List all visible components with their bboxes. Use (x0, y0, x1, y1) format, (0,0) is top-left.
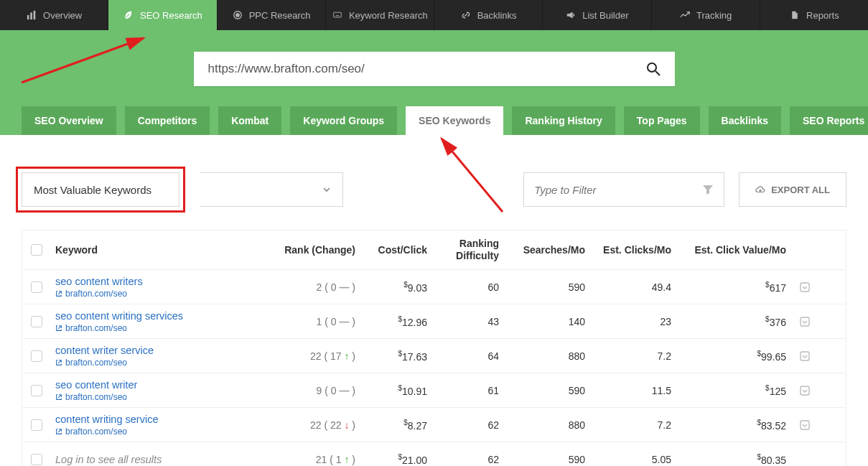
svg-rect-2 (34, 11, 36, 19)
cell-rank: 2 ( 0 — ) (274, 281, 360, 293)
cell-difficulty: 62 (431, 419, 503, 431)
sort-dropdown-extension[interactable] (200, 172, 343, 207)
row-checkbox[interactable] (31, 385, 42, 396)
row-menu-icon[interactable] (790, 420, 819, 430)
svg-point-10 (648, 63, 656, 72)
filter-input[interactable] (534, 184, 695, 196)
row-menu-icon[interactable] (790, 351, 819, 361)
subtab-seo-keywords[interactable]: SEO Keywords (406, 106, 503, 135)
svg-rect-15 (801, 386, 809, 395)
subtab-label: SEO Keywords (419, 115, 490, 126)
megaphone-icon (565, 9, 577, 21)
tab-list-builder[interactable]: List Builder (543, 0, 651, 30)
cell-searches: 880 (503, 419, 589, 431)
tab-label: Reports (806, 10, 839, 21)
table-header: Keyword Rank (Change) Cost/Click Ranking… (22, 230, 846, 270)
row-menu-icon[interactable] (790, 317, 819, 327)
row-checkbox[interactable] (31, 350, 42, 362)
keyword-url[interactable]: brafton.com/seo (55, 427, 269, 437)
svg-rect-1 (30, 13, 32, 20)
keyword-url[interactable]: brafton.com/seo (55, 323, 269, 333)
subtab-label: Top Pages (637, 115, 687, 126)
row-checkbox[interactable] (31, 316, 42, 327)
target-icon (232, 9, 243, 21)
tab-seo-research[interactable]: SEO Research (108, 0, 217, 30)
search-icon[interactable] (646, 62, 661, 76)
subtab-label: Keyword Groups (303, 115, 384, 126)
keyword-link[interactable]: content writer service (55, 345, 269, 356)
keyword-url[interactable]: brafton.com/seo (55, 358, 269, 368)
cell-cpc: $17.63 (360, 350, 431, 363)
col-rank[interactable]: Rank (Change) (274, 244, 360, 256)
subtab-competitors[interactable]: Competitors (125, 106, 210, 135)
tab-overview[interactable]: Overview (0, 0, 108, 30)
subtab-top-pages[interactable]: Top Pages (624, 106, 700, 135)
filter-box[interactable] (523, 172, 724, 207)
sort-dropdown[interactable]: Most Valuable Keywords (22, 172, 179, 207)
subtab-ranking-history[interactable]: Ranking History (512, 106, 615, 135)
tab-label: Backlinks (477, 10, 517, 21)
subtab-label: Kombat (231, 115, 269, 126)
col-cpc[interactable]: Cost/Click (360, 244, 431, 256)
col-clicks[interactable]: Est. Clicks/Mo (589, 244, 676, 256)
external-link-icon (55, 393, 62, 401)
select-all-checkbox[interactable] (31, 244, 42, 256)
subtab-seo-reports[interactable]: SEO Reports (790, 106, 868, 135)
leaf-icon (123, 9, 134, 21)
cell-clicks: 49.4 (589, 281, 676, 293)
subtab-backlinks[interactable]: Backlinks (709, 106, 781, 135)
search-input[interactable] (208, 62, 646, 76)
keyword-link[interactable]: seo content writing services (55, 310, 269, 322)
login-row[interactable]: Log in to see all results 21 ( 1 ↑ ) $21… (22, 442, 846, 466)
subtab-seo-overview[interactable]: SEO Overview (22, 106, 116, 135)
chart-icon (26, 9, 37, 21)
tab-reports[interactable]: Reports (760, 0, 868, 30)
keyword-link[interactable]: content writing service (55, 414, 269, 425)
keyword-url[interactable]: brafton.com/seo (55, 289, 269, 299)
row-checkbox[interactable] (31, 419, 42, 431)
external-link-icon (55, 290, 62, 297)
row-checkbox[interactable] (31, 454, 42, 465)
row-menu-icon[interactable] (790, 386, 819, 396)
cell-cpc: $10.91 (360, 384, 431, 397)
col-difficulty[interactable]: Ranking Difficulty (431, 238, 503, 262)
svg-rect-13 (801, 317, 809, 326)
cell-rank: 9 ( 0 — ) (274, 385, 360, 396)
cell-clickvalue: $376 (676, 315, 790, 328)
external-link-icon (55, 359, 62, 366)
cell-clickvalue: $83.52 (676, 419, 790, 432)
col-clickvalue[interactable]: Est. Click Value/Mo (676, 244, 790, 256)
cell-clickvalue: $617 (676, 281, 790, 294)
filter-icon[interactable] (702, 184, 714, 195)
subtab-kombat[interactable]: Kombat (218, 106, 281, 135)
keyword-link[interactable]: seo content writer (55, 379, 269, 391)
keyword-url[interactable]: brafton.com/seo (55, 392, 269, 402)
cell-searches: 590 (503, 385, 589, 396)
cell-clicks: 7.2 (589, 350, 676, 362)
tab-backlinks[interactable]: Backlinks (434, 0, 543, 30)
domain-search[interactable] (194, 52, 675, 86)
col-keyword[interactable]: Keyword (51, 244, 274, 256)
tab-tracking[interactable]: Tracking (652, 0, 760, 30)
cell-clickvalue: $99.65 (676, 350, 790, 363)
table-row: seo content writer brafton.com/seo 9 ( 0… (22, 373, 846, 408)
file-icon (789, 9, 801, 21)
cell-rank: 1 ( 0 — ) (274, 316, 360, 327)
subtab-keyword-groups[interactable]: Keyword Groups (290, 106, 397, 135)
tab-keyword-research[interactable]: Keyword Research (326, 0, 434, 30)
keyword-link[interactable]: seo content writers (55, 276, 269, 287)
row-menu-icon[interactable] (790, 282, 819, 292)
cell-clicks: 11.5 (589, 385, 676, 396)
tab-ppc-research[interactable]: PPC Research (218, 0, 326, 30)
col-searches[interactable]: Searches/Mo (503, 244, 589, 256)
controls-row: Most Valuable Keywords EXPORT ALL (0, 135, 868, 230)
export-all-button[interactable]: EXPORT ALL (739, 172, 846, 207)
row-checkbox[interactable] (31, 281, 42, 293)
cell-searches: 140 (503, 316, 589, 327)
svg-rect-12 (801, 283, 809, 292)
table-row: seo content writers brafton.com/seo 2 ( … (22, 270, 846, 304)
chevron-down-icon (322, 185, 331, 194)
tab-label: Keyword Research (349, 10, 428, 21)
cell-clickvalue: $125 (676, 384, 790, 397)
svg-point-4 (235, 14, 238, 17)
